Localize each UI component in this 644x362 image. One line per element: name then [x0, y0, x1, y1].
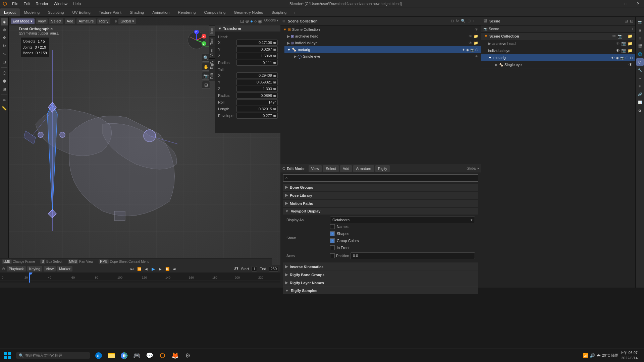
overlay-toggle[interactable]: ⊡	[240, 18, 244, 24]
single-eye-vis-icon[interactable]: 👁	[475, 55, 478, 58]
inverse-kinematics-header[interactable]: ▶ Inverse Kinematics	[283, 263, 478, 270]
envelope-value[interactable]: 0.277 m	[236, 113, 278, 119]
rigify-samples-header[interactable]: ▼ Rigify Samples	[283, 287, 478, 294]
taskbar-discord[interactable]: 💬	[144, 350, 156, 362]
tail-z-value[interactable]: 1.303 m	[236, 86, 278, 92]
viewport-shading-solid[interactable]: ●	[250, 18, 253, 24]
modifier-props-icon[interactable]: 🔧	[636, 66, 644, 74]
taskbar-chrome[interactable]	[118, 350, 130, 362]
timeline-view-btn[interactable]: View	[44, 266, 56, 272]
edit-menu[interactable]: Edit	[21, 0, 33, 7]
group-colors-checkbox[interactable]: ✓	[330, 238, 335, 243]
output-props-icon[interactable]: 🖨	[636, 26, 644, 34]
move-tool-button[interactable]: ✥	[1, 34, 8, 42]
outliner-item-single-eye[interactable]: ▶ ◯ Single eye 👁	[280, 53, 481, 60]
archieve-folder[interactable]: 📁	[628, 41, 633, 46]
tab-view[interactable]: View	[209, 47, 215, 59]
arm-global-dropdown[interactable]: Global ▾	[467, 167, 479, 170]
metarig-render[interactable]: 📷	[620, 56, 624, 60]
metarig-sel-icon[interactable]: ◉	[466, 48, 469, 52]
rigify-menu-btn[interactable]: Rigify	[97, 18, 111, 24]
eye-folder-icon[interactable]: 📁	[474, 41, 478, 45]
render-menu[interactable]: Render	[33, 0, 51, 7]
tail-radius-value[interactable]: 0.0898 m	[236, 93, 278, 99]
axes-checkbox[interactable]	[330, 253, 335, 258]
sc-add-icon[interactable]: +	[624, 34, 626, 39]
scene-props-icon[interactable]: 🎬	[636, 42, 644, 50]
system-clock[interactable]: 上午 06:07 2022/6/14	[620, 350, 638, 361]
select-tool-button[interactable]: ◈	[1, 18, 8, 25]
motion-paths-header[interactable]: ▶ Motion Paths	[283, 200, 478, 207]
play-btn[interactable]: ▶	[150, 266, 156, 272]
display-as-value[interactable]: Octahedral ▾	[330, 217, 475, 223]
scene-props-options[interactable]: ⊡	[630, 19, 633, 23]
physics-props-icon[interactable]: ⚛	[636, 82, 644, 90]
tab-shading[interactable]: Shading	[126, 8, 148, 16]
tab-modeling[interactable]: Modeling	[20, 8, 44, 16]
archieve-eye-icon[interactable]: 👁	[469, 34, 472, 39]
volume-icon[interactable]: 🔊	[590, 353, 595, 358]
taskbar-blender[interactable]: ⬡	[156, 350, 168, 362]
navigation-gizmo[interactable]: X Y Z	[186, 30, 207, 50]
metarig-render-icon[interactable]: 📷	[470, 48, 474, 52]
armature-search-input[interactable]	[283, 174, 478, 182]
rigify-layer-names-header[interactable]: ▶ Rigify Layer Names	[283, 279, 478, 286]
measure-tool-button[interactable]: 📏	[1, 105, 8, 112]
bone-groups-header[interactable]: ▶ Bone Groups	[283, 184, 478, 191]
roll-value[interactable]: 149°	[236, 99, 278, 105]
prev-keyframe-btn[interactable]: ⏪	[136, 266, 142, 272]
outliner-remove-btn[interactable]: −	[477, 19, 479, 23]
grid-toggle-button[interactable]: ⊞	[202, 81, 210, 89]
tail-x-value[interactable]: 0.29409 m	[236, 72, 278, 78]
names-checkbox[interactable]	[330, 224, 335, 229]
head-x-value[interactable]: 0.17106 m	[236, 40, 278, 46]
maximize-button[interactable]: □	[620, 0, 632, 7]
scale-tool-button[interactable]: ⤡	[1, 50, 8, 58]
arm-armature-btn[interactable]: Armature	[353, 165, 374, 172]
options-dropdown[interactable]: Options ▾	[264, 18, 278, 24]
taskbar-edge[interactable]: e	[93, 350, 105, 362]
edit-mode-dropdown[interactable]: Edit Mode ▾	[11, 18, 35, 24]
next-keyframe-btn[interactable]: ⏩	[164, 266, 170, 272]
in-front-checkbox[interactable]	[330, 245, 335, 250]
single-eye-eye[interactable]: 👁	[629, 62, 633, 67]
length-value[interactable]: 0.32015 m	[236, 106, 278, 112]
tail-y-value[interactable]: 0.059321 m	[236, 79, 278, 85]
tab-sculpting[interactable]: Sculpting	[44, 8, 68, 16]
view-layer-new[interactable]: +	[631, 27, 633, 31]
viewport-display-header[interactable]: ▼ Viewport Display	[283, 208, 478, 215]
select-menu-btn[interactable]: Select	[49, 18, 63, 24]
eye-vis-icon[interactable]: 👁	[469, 41, 472, 45]
blender-logo[interactable]: ⬡	[0, 0, 9, 7]
outliner-sync-btn[interactable]: ↻	[456, 19, 459, 23]
window-menu[interactable]: Window	[51, 0, 70, 7]
network-icon[interactable]: 📶	[583, 353, 588, 358]
taskbar-steam[interactable]: 🎮	[131, 350, 143, 362]
particles-props-icon[interactable]: ✦	[636, 74, 644, 82]
tab-animation[interactable]: Animation	[148, 8, 173, 16]
prev-frame-btn[interactable]: ◀	[143, 266, 149, 272]
sc-eye-icon[interactable]: 👁	[612, 34, 616, 39]
sc-metarig-row[interactable]: ▼ metarig 👁 ◉ 📷 ⬡ ⊡	[481, 54, 635, 61]
jump-end-btn[interactable]: ⏭	[171, 266, 177, 272]
object-props-icon[interactable]: ⬡	[636, 58, 644, 66]
marker-btn[interactable]: Marker	[57, 266, 72, 272]
annotate-tool-button[interactable]: ✏	[1, 97, 8, 104]
scene-eye-icon[interactable]: 👁	[475, 27, 478, 32]
arm-view-btn[interactable]: View	[309, 165, 322, 172]
view-layer-props-icon[interactable]: ⊞	[636, 34, 644, 42]
outliner-item-scene[interactable]: ▼ ⊞ Scene Collection 👁	[280, 26, 481, 33]
metarig-eye[interactable]: 👁	[611, 56, 614, 60]
transform-panel-header[interactable]: ▼ Transform	[215, 25, 280, 32]
sc-folder-icon[interactable]: 📁	[628, 34, 633, 39]
viewport-shading-rendered[interactable]: ◉	[258, 18, 262, 24]
jump-start-btn[interactable]: ⏮	[129, 266, 135, 272]
outliner-add-btn[interactable]: +	[473, 19, 475, 23]
arm-select-btn[interactable]: Select	[323, 165, 339, 172]
tab-rendering[interactable]: Rendering	[174, 8, 200, 16]
metarig-bone-icon[interactable]: ⬡	[626, 56, 629, 60]
search-bar[interactable]: 🔍 在這裡輸入文字來搜尋	[16, 352, 90, 359]
archieve-render[interactable]: 📷	[621, 41, 626, 46]
taskbar-firefox[interactable]: 🦊	[169, 350, 181, 362]
rotate-tool-button[interactable]: ↻	[1, 42, 8, 50]
